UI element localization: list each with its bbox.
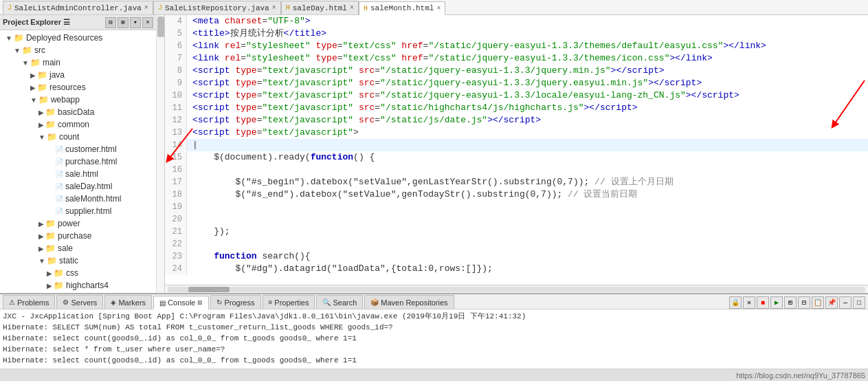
folder-icon: 📁 [54,268,64,278]
tab-salelistadmincontroller[interactable]: J SaleListAdminController.java × [3,1,153,14]
tree-item-count[interactable]: ▼ 📁 count [0,131,156,143]
line-content: $("#s_end").datebox("setValue",genTodayS… [187,188,638,201]
html-file-icon: 📄 [55,195,63,203]
tree-item-common[interactable]: ▶ 📁 common [0,118,156,131]
tab-salemonth[interactable]: H saleMonth.html × [359,1,445,15]
tab-close-icon[interactable]: × [144,4,148,12]
tree-expand-icon[interactable]: ▼ [14,47,21,54]
tree-expand-icon[interactable]: ▼ [5,34,12,42]
line-number: 17 [165,176,187,188]
line-number: 22 [165,238,187,250]
tree-expand-icon[interactable]: ▶ [47,282,52,290]
horizontal-scrollbar[interactable] [165,285,868,293]
tree-label: main [43,58,60,67]
console-btn1[interactable]: ⊞ [784,296,797,309]
tree-label: sale [58,243,73,253]
console-run-btn[interactable]: ▶ [770,296,783,309]
tree-expand-icon[interactable]: ▶ [30,84,36,91]
maven-icon: 📦 [370,298,379,306]
console-btn2[interactable]: ⊟ [798,296,810,309]
line-content: <script type="text/javascript" src="/sta… [187,114,541,127]
tree-item-salemonth[interactable]: 📄 saleMonth.html [0,193,156,205]
tree-item-static[interactable]: ▼ 📁 static [0,254,156,267]
tree-expand-icon[interactable]: ▶ [38,121,44,129]
main-window: J SaleListAdminController.java × J SaleL… [0,0,868,381]
tab-problems[interactable]: ⚠ Problems [3,295,55,309]
tab-properties[interactable]: ≡ Properties [263,295,315,309]
tree-item-basicdata[interactable]: ▶ 📁 basicData [0,106,156,118]
tree-item-purchase-folder[interactable]: ▶ 📁 purchase [0,230,156,242]
console-stop-btn[interactable]: ■ [757,296,769,309]
sidebar-menu-btn[interactable]: ▾ [130,17,141,28]
tree-item-sale-folder[interactable]: ▶ 📁 sale [0,242,156,254]
maximize-panel-btn[interactable]: □ [853,296,865,309]
tree-label: highcharts4 [66,281,109,290]
tree-item-src[interactable]: ▼ 📁 src [0,44,156,56]
tab-close-icon[interactable]: × [350,4,354,12]
console-scroll-lock-btn[interactable]: 🔒 [729,296,742,309]
folder-icon: 📁 [45,107,56,117]
tree-item-supplier[interactable]: 📄 supplier.html [0,205,156,217]
tree-expand-icon[interactable]: ▶ [38,245,44,252]
line-content: <script type="text/javascript" src="/sta… [187,65,665,77]
tab-servers[interactable]: ⚙ Servers [56,295,103,309]
tab-progress[interactable]: ↻ Progress [210,295,260,309]
java-file-icon: J [8,4,12,12]
code-line-5: 5 <title>按月统计分析</title> [165,28,868,40]
minimize-panel-btn[interactable]: — [839,296,852,309]
tab-close-icon[interactable]: × [436,5,441,12]
tree-item-resources[interactable]: ▶ 📁 resources [0,81,156,94]
tab-console[interactable]: ▤ Console ⊠ [153,296,209,309]
sidebar-controls: ⊟ ⊞ ▾ × [105,17,153,28]
tab-label: Servers [71,298,97,307]
tree-expand-icon[interactable]: ▶ [38,220,44,228]
tree-item-saleday[interactable]: 📄 saleDay.html [0,180,156,193]
line-content: <script type="text/javascript" src="/sta… [187,89,739,102]
console-btn4[interactable]: 📌 [825,296,838,309]
sidebar-close-btn[interactable]: × [142,17,153,28]
tab-salelistrepository[interactable]: J SaleListRepository.java × [153,1,281,14]
tree-expand-icon[interactable]: ▶ [47,270,52,277]
tree-item-customer[interactable]: 📄 customer.html [0,143,156,155]
tree-item-java[interactable]: ▶ 📁 java [0,69,156,81]
tree-item-deployed-resources[interactable]: ▼ 📁 Deployed Resources [0,32,156,44]
line-number: 7 [165,52,187,65]
tab-maven[interactable]: 📦 Maven Repositories [364,295,454,309]
tree-expand-icon[interactable]: ▼ [30,96,37,104]
tree-expand-icon[interactable]: ▶ [30,72,36,79]
line-number: 12 [165,114,187,127]
tree-item-sale[interactable]: 📄 sale.html [0,168,156,180]
tree-expand-icon[interactable]: ▶ [38,232,44,240]
tree-item-purchase[interactable]: 📄 purchase.html [0,155,156,168]
tree-expand-icon[interactable]: ▼ [38,257,45,265]
code-line-14: 14 | [165,139,868,151]
sidebar-collapse-btn[interactable]: ⊟ [105,17,116,28]
console-icon: ▤ [159,299,166,307]
tab-markers[interactable]: ◈ Markers [104,295,152,309]
tree-item-main[interactable]: ▼ 📁 main [0,56,156,69]
console-clear-btn[interactable]: ✕ [743,296,755,309]
scrollbar-track [168,287,865,292]
line-content [187,213,192,226]
tree-expand-icon[interactable]: ▼ [38,133,45,141]
tree-item-highcharts4[interactable]: ▶ 📁 highcharts4 [0,279,156,292]
tab-saleday[interactable]: H saleDay.html × [281,1,359,14]
line-number: 4 [165,15,187,28]
console-btn3[interactable]: 📋 [812,296,824,309]
code-line-12: 12 <script type="text/javascript" src="/… [165,114,868,127]
tree-item-css[interactable]: ▶ 📁 css [0,267,156,279]
tab-search[interactable]: 🔍 Search [316,295,363,309]
tab-close-icon[interactable]: × [272,4,276,12]
scrollbar-thumb [188,287,230,292]
line-content: <meta charset="UTF-8"> [187,15,311,28]
tree-expand-icon[interactable]: ▶ [38,109,44,116]
code-editor[interactable]: 4 <meta charset="UTF-8"> 5 <title>按月统计分析… [165,15,868,285]
sidebar-scrollbar[interactable] [156,15,164,293]
tree-item-power[interactable]: ▶ 📁 power [0,217,156,230]
tree-expand-icon[interactable]: ▼ [22,59,29,67]
tab-label: Problems [17,298,49,307]
tree-item-webapp[interactable]: ▼ 📁 webapp [0,94,156,106]
console-output: JXC - JxcApplication [Spring Boot App] C… [0,309,868,369]
code-line-22: 22 [165,238,868,250]
sidebar-link-btn[interactable]: ⊞ [118,17,129,28]
